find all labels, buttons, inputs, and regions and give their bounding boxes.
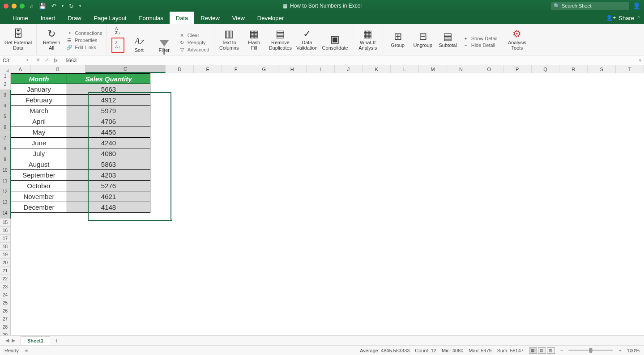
column-header-M[interactable]: M (419, 65, 447, 73)
column-header-N[interactable]: N (447, 65, 475, 73)
column-header-L[interactable]: L (391, 65, 419, 73)
group-button[interactable]: ⊞Group (388, 32, 408, 48)
add-sheet-button[interactable]: + (50, 337, 63, 344)
row-header-5[interactable]: 5 (0, 111, 11, 122)
page-layout-view-icon[interactable]: ▤ (538, 347, 546, 354)
column-header-G[interactable]: G (250, 65, 278, 73)
row-header-4[interactable]: 4 (0, 101, 11, 111)
row-header-18[interactable]: 18 (0, 243, 11, 251)
row-header-29[interactable]: 29 (0, 331, 11, 335)
table-cell-value[interactable]: 4148 (67, 202, 150, 213)
fx-icon[interactable]: fx (54, 57, 58, 63)
tab-formulas[interactable]: Formulas (133, 12, 170, 24)
show-detail-button[interactable]: +Show Detail (463, 36, 498, 41)
remove-duplicates-button[interactable]: ▤Remove Duplicates (269, 29, 292, 51)
filter-button[interactable]: Filter (154, 40, 175, 53)
row-header-12[interactable]: 12 (0, 186, 11, 197)
table-cell-value[interactable]: 4080 (67, 148, 150, 159)
consolidate-button[interactable]: ▣Consolidate (322, 34, 348, 51)
what-if-analysis-button[interactable]: ▦What-If Analysis (358, 29, 378, 51)
table-cell-month[interactable]: July (11, 148, 67, 159)
row-header-8[interactable]: 8 (0, 144, 11, 154)
table-cell-month[interactable]: May (11, 127, 67, 138)
table-cell-value[interactable]: 4706 (67, 116, 150, 127)
macro-record-icon[interactable]: ⎆ (25, 348, 28, 353)
row-header-23[interactable]: 23 (0, 283, 11, 291)
column-header-C[interactable]: C (85, 65, 166, 73)
column-header-A[interactable]: A (10, 65, 30, 73)
reapply-button[interactable]: ↻Reapply (179, 40, 209, 46)
row-header-17[interactable]: 17 (0, 235, 11, 243)
analysis-tools-button[interactable]: ⚙Analysis Tools (507, 29, 527, 51)
select-all-corner[interactable] (0, 65, 10, 73)
undo-dropdown-icon[interactable]: ▾ (62, 4, 64, 8)
table-cell-value[interactable]: 5276 (67, 181, 150, 191)
row-header-10[interactable]: 10 (0, 165, 11, 176)
column-header-E[interactable]: E (194, 65, 222, 73)
tab-data[interactable]: Data (170, 12, 194, 24)
table-header-qty[interactable]: Sales Quantity (67, 73, 150, 84)
column-header-S[interactable]: S (588, 65, 616, 73)
column-header-K[interactable]: K (363, 65, 391, 73)
table-header-month[interactable]: Month (11, 73, 67, 84)
normal-view-icon[interactable]: ▦ (529, 347, 537, 354)
column-header-J[interactable]: J (335, 65, 363, 73)
row-header-14[interactable]: 14 (0, 208, 11, 219)
row-header-1[interactable]: 1 (0, 73, 11, 79)
undo-icon[interactable]: ↶ (51, 3, 56, 9)
redo-icon[interactable]: ↻ (69, 3, 74, 9)
share-person-icon[interactable]: 👤+ (606, 15, 616, 21)
sheet-tab-sheet1[interactable]: Sheet1 (21, 336, 50, 345)
row-header-21[interactable]: 21 (0, 267, 11, 275)
edit-links-button[interactable]: 🔗Edit Links (66, 45, 102, 51)
table-cell-value[interactable]: 4621 (67, 191, 150, 202)
table-cell-month[interactable]: November (11, 191, 67, 202)
clear-filter-button[interactable]: ✕Clear (179, 33, 209, 38)
data-validation-button[interactable]: ✓Data Validation (296, 29, 318, 51)
row-header-27[interactable]: 27 (0, 315, 11, 323)
minimize-window-icon[interactable] (12, 4, 17, 8)
row-header-11[interactable]: 11 (0, 176, 11, 186)
sort-descending-highlighted[interactable]: ZA ↓ (111, 38, 124, 53)
table-cell-value[interactable]: 5863 (67, 159, 150, 170)
save-icon[interactable]: 💾 (39, 3, 46, 9)
refresh-all-button[interactable]: ↻ Refresh All (41, 29, 62, 51)
row-header-25[interactable]: 25 (0, 299, 11, 307)
table-cell-month[interactable]: January (11, 84, 67, 95)
column-header-O[interactable]: O (475, 65, 503, 73)
tab-home[interactable]: Home (6, 12, 34, 24)
name-box[interactable]: C3 ▾ (0, 55, 31, 65)
advanced-filter-button[interactable]: ▽Advanced (179, 47, 209, 53)
table-cell-value[interactable]: 5979 (67, 106, 150, 116)
formula-input[interactable]: 5663 (62, 58, 77, 63)
row-header-19[interactable]: 19 (0, 251, 11, 259)
subtotal-button[interactable]: ▤Subtotal (438, 32, 458, 48)
table-cell-month[interactable]: December (11, 202, 67, 213)
properties-button[interactable]: ☰Properties (66, 38, 102, 43)
row-header-6[interactable]: 6 (0, 122, 11, 133)
text-to-columns-button[interactable]: ▥Text to Columns (219, 29, 239, 51)
collapse-ribbon-icon[interactable]: ⌃ (637, 16, 640, 21)
row-header-13[interactable]: 13 (0, 197, 11, 208)
column-header-T[interactable]: T (616, 65, 644, 73)
column-header-Q[interactable]: Q (532, 65, 560, 73)
column-header-D[interactable]: D (166, 65, 194, 73)
column-header-F[interactable]: F (222, 65, 250, 73)
table-cell-month[interactable]: February (11, 95, 67, 106)
table-cell-month[interactable]: June (11, 138, 67, 148)
zoom-out-button[interactable]: − (560, 348, 563, 353)
get-external-data-button[interactable]: 🗄 Get External Data (4, 29, 32, 51)
row-header-9[interactable]: 9 (0, 154, 11, 165)
cancel-formula-icon[interactable]: ✕ (36, 57, 40, 63)
namebox-dropdown-icon[interactable]: ▾ (26, 58, 28, 62)
tab-draw[interactable]: Draw (61, 12, 87, 24)
tab-developer[interactable]: Developer (251, 12, 290, 24)
table-cell-month[interactable]: August (11, 159, 67, 170)
search-sheet-input[interactable]: 🔍 Search Sheet (551, 2, 629, 10)
sheet-nav-prev-icon[interactable]: ◀ (5, 338, 9, 343)
row-header-3[interactable]: 3 (0, 90, 11, 101)
table-cell-month[interactable]: September (11, 170, 67, 181)
row-header-16[interactable]: 16 (0, 227, 11, 235)
ungroup-button[interactable]: ⊟Ungroup (413, 32, 433, 48)
close-window-icon[interactable] (4, 4, 9, 8)
